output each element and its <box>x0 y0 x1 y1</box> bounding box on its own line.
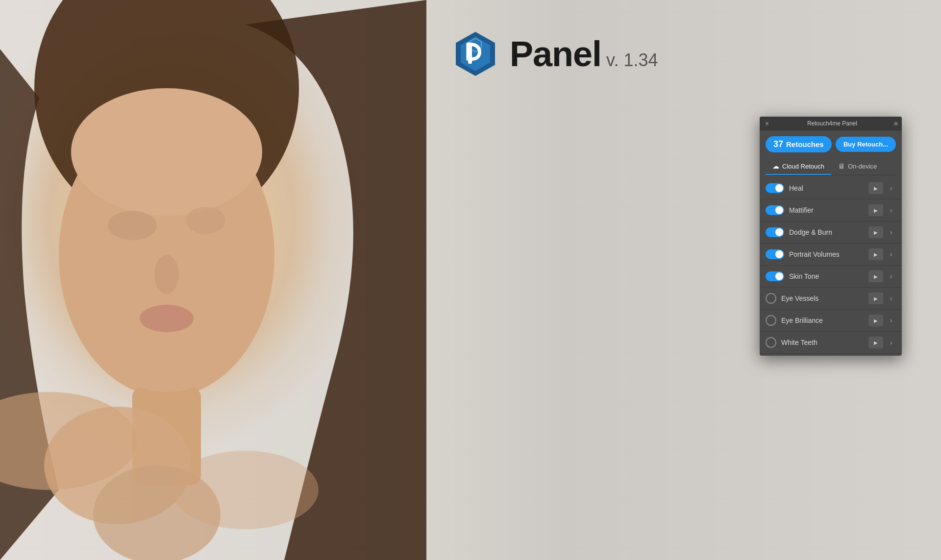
monitor-icon: 🖥 <box>838 162 845 170</box>
svg-point-4 <box>108 211 157 240</box>
tool-item-skin-tone: Skin Tone ▶ › <box>760 266 902 288</box>
tool-left-dodge-burn: Dodge & Burn <box>766 227 832 237</box>
panel-title-bar: × Retouch4me Panel ≡ <box>760 117 902 130</box>
tool-item-heal: Heal ▶ › <box>760 177 902 199</box>
tool-name-white-teeth: White Teeth <box>781 339 817 346</box>
panel-window: × Retouch4me Panel ≡ 37 Retouches Buy Re… <box>760 117 902 356</box>
toggle-portrait-volumes[interactable] <box>766 249 784 259</box>
chevron-button-skin-tone[interactable]: › <box>886 270 896 282</box>
chevron-button-heal[interactable]: › <box>886 182 896 194</box>
tool-right-eye-brilliance: ▶ › <box>868 315 896 326</box>
toggle-eye-brilliance[interactable] <box>766 315 776 326</box>
cloud-icon: ☁ <box>772 162 779 170</box>
tool-name-eye-vessels: Eye Vessels <box>781 294 818 302</box>
chevron-button-eye-brilliance[interactable]: › <box>886 315 896 326</box>
tool-right-skin-tone: ▶ › <box>868 270 896 282</box>
tool-name-eye-brilliance: Eye Brilliance <box>781 317 823 324</box>
tool-item-eye-brilliance: Eye Brilliance ▶ › <box>760 310 902 332</box>
tool-list: Heal ▶ › Mattifier ▶ › Dodge & Burn <box>760 175 902 356</box>
tab-cloud-retouch[interactable]: ☁ Cloud Retouch <box>766 158 831 175</box>
tool-name-portrait-volumes: Portrait Volumes <box>789 250 840 258</box>
play-button-white-teeth[interactable]: ▶ <box>868 337 883 348</box>
chevron-button-eye-vessels[interactable]: › <box>886 292 896 304</box>
retouches-label: Retouches <box>786 140 824 148</box>
retouches-count: 37 <box>773 139 783 149</box>
toggle-white-teeth[interactable] <box>766 337 776 348</box>
logo-version: v. 1.34 <box>606 50 658 70</box>
tool-right-portrait-volumes: ▶ › <box>868 248 896 260</box>
tool-left-mattifier: Mattifier <box>766 205 814 215</box>
tool-item-mattifier: Mattifier ▶ › <box>760 199 902 221</box>
tool-name-dodge-burn: Dodge & Burn <box>789 228 832 236</box>
chevron-button-dodge-burn[interactable]: › <box>886 226 896 238</box>
svg-point-7 <box>140 305 194 332</box>
tool-name-heal: Heal <box>789 184 803 192</box>
tool-right-heal: ▶ › <box>868 182 896 194</box>
tool-right-white-teeth: ▶ › <box>868 337 896 348</box>
logo-icon <box>451 29 500 78</box>
play-button-eye-vessels[interactable]: ▶ <box>868 292 883 304</box>
logo-title: Panel <box>510 34 601 73</box>
toggle-mattifier[interactable] <box>766 205 784 215</box>
photo-subject <box>0 0 426 560</box>
tool-right-dodge-burn: ▶ › <box>868 226 896 238</box>
tool-right-eye-vessels: ▶ › <box>868 292 896 304</box>
retouches-row: 37 Retouches Buy Retouch... <box>766 136 896 152</box>
tool-left-heal: Heal <box>766 183 803 193</box>
buy-retouch-button[interactable]: Buy Retouch... <box>836 137 896 152</box>
play-button-dodge-burn[interactable]: ▶ <box>868 226 883 238</box>
tool-left-skin-tone: Skin Tone <box>766 271 819 281</box>
logo-text-group: Panelv. 1.34 <box>510 34 658 74</box>
tool-item-white-teeth: White Teeth ▶ › <box>760 332 902 354</box>
tool-left-portrait-volumes: Portrait Volumes <box>766 249 840 259</box>
tool-name-mattifier: Mattifier <box>789 206 814 214</box>
toggle-heal[interactable] <box>766 183 784 193</box>
svg-point-12 <box>172 451 319 529</box>
tabs-row: ☁ Cloud Retouch 🖥 On-device <box>766 158 896 175</box>
toggle-skin-tone[interactable] <box>766 271 784 281</box>
chevron-button-portrait-volumes[interactable]: › <box>886 248 896 260</box>
toggle-eye-vessels[interactable] <box>766 293 776 304</box>
chevron-button-mattifier[interactable]: › <box>886 204 896 216</box>
svg-point-8 <box>118 333 216 392</box>
svg-point-5 <box>186 207 225 234</box>
menu-icon[interactable]: ≡ <box>894 120 898 127</box>
tool-item-dodge-burn: Dodge & Burn ▶ › <box>760 221 902 243</box>
play-button-eye-brilliance[interactable]: ▶ <box>868 315 883 326</box>
tool-left-white-teeth: White Teeth <box>766 337 817 348</box>
tool-name-skin-tone: Skin Tone <box>789 272 819 280</box>
retouches-badge: 37 Retouches <box>766 136 832 152</box>
play-button-skin-tone[interactable]: ▶ <box>868 270 883 282</box>
tool-left-eye-vessels: Eye Vessels <box>766 293 818 304</box>
svg-point-3 <box>71 88 262 216</box>
tab-on-device[interactable]: 🖥 On-device <box>831 158 884 175</box>
play-button-portrait-volumes[interactable]: ▶ <box>868 248 883 260</box>
logo-area: Panelv. 1.34 <box>451 29 658 78</box>
tool-item-eye-vessels: Eye Vessels ▶ › <box>760 288 902 310</box>
tool-left-eye-brilliance: Eye Brilliance <box>766 315 823 326</box>
close-button[interactable]: × <box>764 120 770 127</box>
svg-point-6 <box>154 255 179 294</box>
chevron-button-white-teeth[interactable]: › <box>886 337 896 348</box>
play-button-mattifier[interactable]: ▶ <box>868 204 883 216</box>
tool-item-portrait-volumes: Portrait Volumes ▶ › <box>760 243 902 266</box>
tab-ondevice-label: On-device <box>848 163 877 170</box>
tab-cloud-label: Cloud Retouch <box>782 163 824 170</box>
play-button-heal[interactable]: ▶ <box>868 182 883 194</box>
panel-title: Retouch4me Panel <box>807 120 857 127</box>
tool-right-mattifier: ▶ › <box>868 204 896 216</box>
toggle-dodge-burn[interactable] <box>766 227 784 237</box>
panel-header: 37 Retouches Buy Retouch... ☁ Cloud Reto… <box>760 130 902 175</box>
